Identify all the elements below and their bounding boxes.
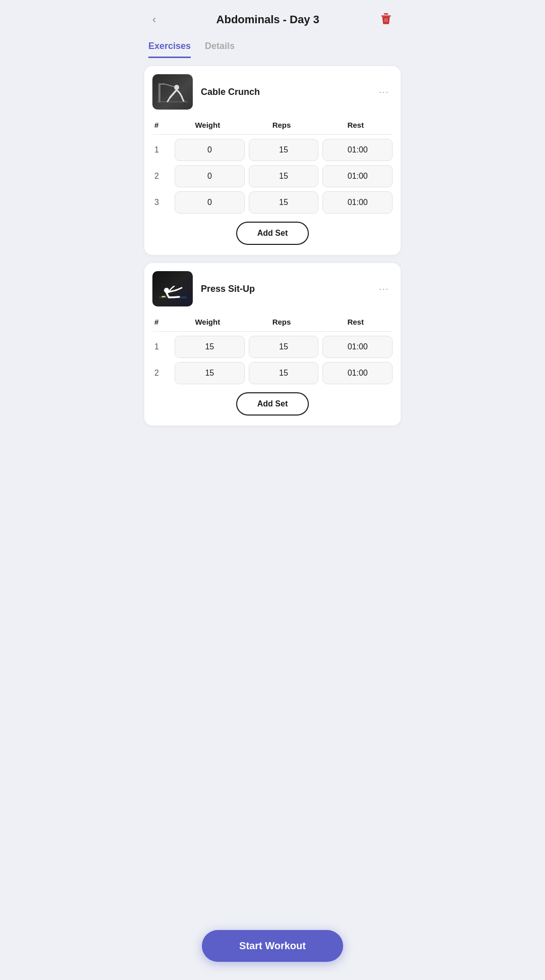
sets-header: # Weight Reps Rest bbox=[152, 118, 393, 135]
set-num: 2 bbox=[152, 172, 171, 181]
tab-details[interactable]: Details bbox=[205, 37, 235, 58]
exercise-name: Cable Crunch bbox=[201, 87, 374, 97]
set-reps[interactable]: 15 bbox=[249, 362, 319, 384]
set-weight[interactable]: 0 bbox=[175, 165, 245, 187]
col-header-weight: Weight bbox=[171, 121, 245, 129]
svg-rect-3 bbox=[387, 18, 388, 22]
set-num: 3 bbox=[152, 198, 171, 207]
exercise-thumbnail bbox=[152, 74, 193, 110]
svg-rect-0 bbox=[381, 16, 391, 17]
set-weight[interactable]: 15 bbox=[175, 336, 245, 358]
tab-exercises[interactable]: Exercises bbox=[148, 37, 191, 58]
exercise-card-cable-crunch: Cable Crunch ⋯ # Weight Reps Rest 1 0 15… bbox=[144, 66, 401, 255]
trash-icon bbox=[379, 12, 393, 25]
set-rest[interactable]: 01:00 bbox=[322, 165, 393, 187]
exercise-menu-button[interactable]: ⋯ bbox=[374, 281, 393, 297]
sets-header: # Weight Reps Rest bbox=[152, 315, 393, 332]
exercise-header: Cable Crunch ⋯ bbox=[152, 74, 393, 110]
exercise-thumbnail bbox=[152, 271, 193, 306]
exercise-card-press-sit-up: Press Sit-Up ⋯ # Weight Reps Rest 1 15 1… bbox=[144, 263, 401, 426]
delete-button[interactable] bbox=[375, 10, 397, 29]
svg-rect-2 bbox=[385, 18, 386, 22]
set-num: 2 bbox=[152, 369, 171, 378]
add-set-button[interactable]: Add Set bbox=[236, 222, 309, 245]
col-header-weight: Weight bbox=[171, 318, 245, 326]
col-header-rest: Rest bbox=[318, 318, 393, 326]
col-header-num: # bbox=[152, 318, 171, 326]
svg-rect-6 bbox=[158, 83, 166, 85]
set-reps[interactable]: 15 bbox=[249, 165, 319, 187]
set-weight[interactable]: 0 bbox=[175, 139, 245, 161]
set-weight[interactable]: 0 bbox=[175, 191, 245, 214]
svg-rect-5 bbox=[158, 83, 160, 102]
start-workout-button[interactable]: Start Workout bbox=[202, 930, 343, 962]
tabs: Exercises Details bbox=[136, 37, 409, 58]
set-weight[interactable]: 15 bbox=[175, 362, 245, 384]
exercise-name: Press Sit-Up bbox=[201, 284, 374, 294]
col-header-reps: Reps bbox=[245, 318, 319, 326]
set-num: 1 bbox=[152, 342, 171, 351]
set-reps[interactable]: 15 bbox=[249, 191, 319, 214]
set-reps[interactable]: 15 bbox=[249, 336, 319, 358]
sets-table: # Weight Reps Rest 1 15 15 01:00 2 15 15… bbox=[152, 315, 393, 384]
header: ‹ Abdominals - Day 3 bbox=[136, 0, 409, 37]
set-row: 1 0 15 01:00 bbox=[152, 139, 393, 161]
set-row: 3 0 15 01:00 bbox=[152, 191, 393, 214]
col-header-reps: Reps bbox=[245, 121, 319, 129]
sets-table: # Weight Reps Rest 1 0 15 01:00 2 0 15 0… bbox=[152, 118, 393, 214]
add-set-button[interactable]: Add Set bbox=[236, 392, 309, 416]
svg-rect-1 bbox=[384, 13, 389, 15]
col-header-num: # bbox=[152, 121, 171, 129]
back-button[interactable]: ‹ bbox=[148, 11, 160, 28]
col-header-rest: Rest bbox=[318, 121, 393, 129]
set-rest[interactable]: 01:00 bbox=[322, 191, 393, 214]
svg-rect-11 bbox=[161, 296, 166, 297]
svg-line-8 bbox=[166, 84, 175, 87]
set-row: 2 15 15 01:00 bbox=[152, 362, 393, 384]
set-row: 1 15 15 01:00 bbox=[152, 336, 393, 358]
exercise-menu-button[interactable]: ⋯ bbox=[374, 84, 393, 100]
content: Cable Crunch ⋯ # Weight Reps Rest 1 0 15… bbox=[136, 66, 409, 486]
page-title: Abdominals - Day 3 bbox=[160, 13, 375, 26]
exercise-header: Press Sit-Up ⋯ bbox=[152, 271, 393, 306]
set-rest[interactable]: 01:00 bbox=[322, 336, 393, 358]
set-reps[interactable]: 15 bbox=[249, 139, 319, 161]
set-rest[interactable]: 01:00 bbox=[322, 139, 393, 161]
set-row: 2 0 15 01:00 bbox=[152, 165, 393, 187]
set-num: 1 bbox=[152, 145, 171, 154]
set-rest[interactable]: 01:00 bbox=[322, 362, 393, 384]
